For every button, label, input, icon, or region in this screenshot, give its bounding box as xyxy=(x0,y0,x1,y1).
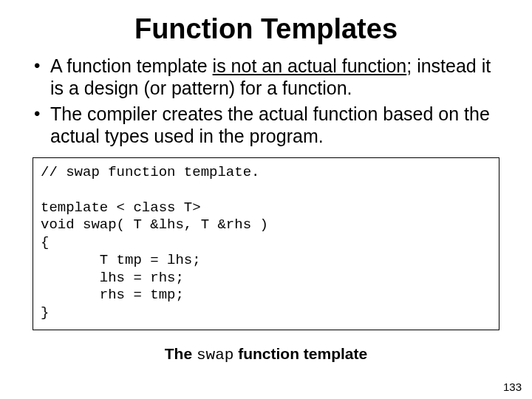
bullet-text-underline: is not an actual function xyxy=(213,55,407,76)
code-caption: The swap function template xyxy=(30,345,502,364)
caption-mono: swap xyxy=(197,347,233,364)
slide-title: Function Templates xyxy=(30,13,502,45)
bullet-text-pre: A function template xyxy=(50,55,213,76)
bullet-list: A function template is not an actual fun… xyxy=(30,55,502,147)
caption-pre: The xyxy=(165,345,197,362)
bullet-text-pre: The compiler creates the actual function… xyxy=(50,103,490,146)
page-number: 133 xyxy=(503,381,522,393)
code-block: // swap function template. template < cl… xyxy=(33,157,499,330)
slide: Function Templates A function template i… xyxy=(0,0,532,399)
list-item: The compiler creates the actual function… xyxy=(50,103,502,147)
caption-post: function template xyxy=(233,345,367,362)
list-item: A function template is not an actual fun… xyxy=(50,55,502,99)
